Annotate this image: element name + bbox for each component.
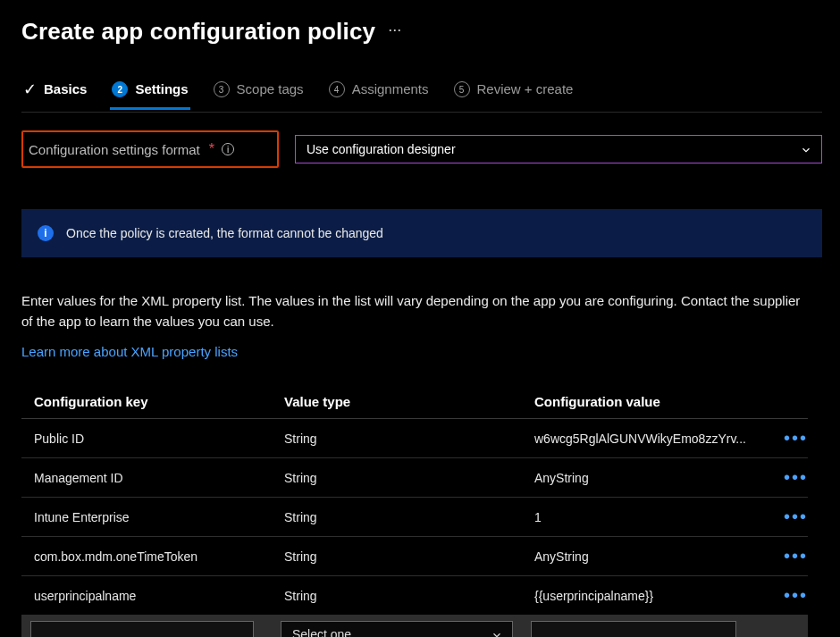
step-basics[interactable]: ✓ Basics	[23, 76, 87, 103]
table-header-row: Configuration key Value type Configurati…	[21, 385, 808, 419]
header-more-button[interactable]: ···	[388, 21, 401, 43]
cell-type: String	[284, 432, 534, 446]
table-row[interactable]: com.box.mdm.oneTimeToken String AnyStrin…	[21, 537, 808, 576]
cell-key: com.box.mdm.oneTimeToken	[34, 549, 284, 564]
page-title: Create app configuration policy	[21, 18, 375, 46]
help-paragraph: Enter values for the XML property list. …	[21, 291, 808, 331]
stepper-divider	[21, 112, 822, 113]
info-icon[interactable]: i	[222, 143, 234, 155]
new-key-input[interactable]	[30, 621, 254, 637]
table-row[interactable]: Public ID String w6wcg5RglAlGUNVWikyEmo8…	[21, 419, 808, 458]
step-label: Basics	[44, 76, 87, 103]
table-row[interactable]: Management ID String AnyString •••	[21, 458, 808, 498]
info-banner-message: Once the policy is created, the format c…	[66, 226, 383, 240]
cell-key: Management ID	[34, 471, 284, 485]
step-scope-tags[interactable]: 3 Scope tags	[214, 76, 304, 103]
cell-type: String	[284, 510, 534, 524]
info-badge-icon: i	[38, 225, 54, 241]
chevron-down-icon	[491, 629, 501, 637]
step-label: Settings	[135, 76, 188, 103]
new-type-select-value: Select one	[292, 627, 351, 637]
format-label: Configuration settings format	[29, 142, 200, 157]
row-more-button[interactable]: •••	[767, 507, 811, 527]
cell-type: String	[284, 549, 534, 564]
config-keys-table: Configuration key Value type Configurati…	[21, 385, 808, 616]
check-icon: ✓	[23, 80, 37, 99]
new-type-select[interactable]: Select one	[281, 621, 513, 637]
cell-value: w6wcg5RglAlGUNVWikyEmo8zzYrv...	[534, 432, 749, 446]
format-label-highlight: Configuration settings format * i	[21, 130, 279, 168]
format-select-value: Use configuration designer	[307, 142, 456, 156]
step-number-icon: 4	[329, 81, 345, 97]
cell-value: AnyString	[534, 471, 749, 485]
step-review-create[interactable]: 5 Review + create	[454, 76, 574, 103]
chevron-down-icon	[800, 144, 811, 155]
cell-value: {{userprincipalname}}	[534, 589, 749, 603]
cell-value: AnyString	[534, 549, 749, 564]
step-label: Review + create	[477, 76, 574, 103]
cell-type: String	[284, 471, 534, 485]
table-row[interactable]: userprincipalname String {{userprincipal…	[21, 576, 808, 616]
table-row[interactable]: Intune Enterprise String 1 •••	[21, 498, 808, 537]
format-select[interactable]: Use configuration designer	[295, 135, 822, 163]
row-more-button[interactable]: •••	[767, 546, 811, 566]
row-more-button[interactable]: •••	[767, 467, 811, 488]
col-header-type: Value type	[284, 394, 534, 409]
cell-key: userprincipalname	[34, 589, 284, 603]
learn-more-link[interactable]: Learn more about XML property lists	[21, 344, 238, 359]
step-assignments[interactable]: 4 Assignments	[329, 76, 429, 103]
new-value-input[interactable]	[531, 621, 736, 637]
step-number-icon: 5	[454, 81, 470, 97]
col-header-key: Configuration key	[34, 394, 284, 409]
cell-value: 1	[534, 510, 749, 524]
cell-key: Public ID	[34, 432, 284, 446]
step-number-icon: 2	[112, 81, 128, 97]
format-locked-banner: i Once the policy is created, the format…	[21, 209, 822, 257]
step-settings[interactable]: 2 Settings	[112, 76, 188, 103]
step-label: Scope tags	[237, 76, 304, 103]
cell-type: String	[284, 589, 534, 603]
required-asterisk-icon: *	[209, 141, 214, 157]
wizard-stepper: ✓ Basics 2 Settings 3 Scope tags 4 Assig…	[21, 72, 822, 103]
new-config-row: Select one	[21, 616, 808, 637]
col-header-value: Configuration value	[534, 394, 767, 409]
step-label: Assignments	[352, 76, 429, 103]
step-number-icon: 3	[214, 81, 230, 97]
row-more-button[interactable]: •••	[767, 585, 811, 606]
cell-key: Intune Enterprise	[34, 510, 284, 524]
row-more-button[interactable]: •••	[767, 428, 811, 448]
